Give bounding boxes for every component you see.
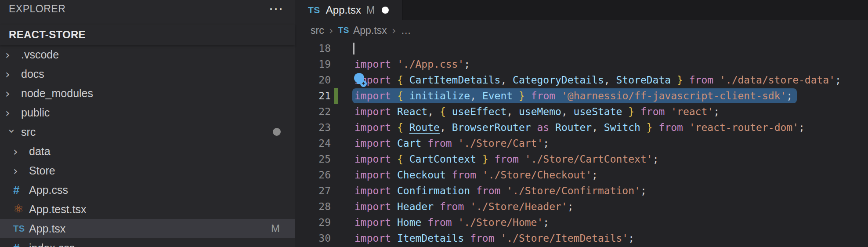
lightbulb-sparkle-badge-icon: ✦ (360, 80, 367, 87)
code-line-28: 28import Header from './Store/Header'; (296, 199, 868, 214)
line-number: 26 (296, 167, 331, 183)
code-line-18: 18 (296, 40, 868, 56)
chevron-right-icon[interactable]: › (13, 164, 26, 178)
code-line-text[interactable]: import Home from './Store/Home'; (354, 214, 549, 230)
code-line-21: 21import { initialize, Event } from '@ha… (296, 88, 868, 104)
css-file-icon: # (13, 241, 26, 247)
tree-item-label: docs (21, 68, 44, 80)
line-number: 25 (296, 151, 331, 167)
breadcrumb-item-src[interactable]: src (311, 25, 324, 36)
code-line-text[interactable]: import Checkout from './Store/Checkout'; (354, 167, 598, 183)
breadcrumb-separator-icon: › (329, 24, 333, 37)
code-line-23: 23import { Route, BrowserRouter as Route… (296, 120, 868, 135)
css-file-icon: # (13, 183, 26, 197)
code-line-27: 27import Confirmation from './Store/Conf… (296, 183, 868, 199)
tree-item-label: App.tsx (29, 222, 65, 235)
code-line-24: 24import Cart from './Store/Cart'; (296, 135, 868, 151)
added-line-gutter-indicator[interactable] (334, 88, 338, 104)
code-line-text[interactable]: import './App.css'; (354, 56, 470, 72)
vscode-window: EXPLORER ⋯ REACT-STORE ›.vscode›docs›nod… (0, 0, 868, 247)
line-number: 29 (296, 214, 331, 230)
line-number: 23 (296, 120, 331, 135)
code-line-text[interactable]: import ItemDetails from './Store/ItemDet… (354, 230, 634, 246)
line-number: 19 (296, 56, 331, 72)
chevron-right-icon[interactable]: › (5, 67, 18, 81)
ts-file-icon: TS (13, 224, 26, 234)
chevron-right-icon[interactable]: › (5, 106, 18, 120)
tree-item-label: Store (29, 164, 55, 177)
file-tree: ›.vscode›docs›node_modules›public›src›da… (0, 45, 295, 247)
breadcrumb-item-app-tsx[interactable]: App.tsx (353, 25, 387, 36)
typescript-icon: TS (308, 5, 320, 15)
code-line-text[interactable]: import { initialize, Event } from '@harn… (354, 88, 792, 104)
tree-item-app-tsx[interactable]: TSApp.tsxM (0, 219, 295, 238)
tab-title: App.tsx (326, 4, 361, 16)
code-line-text[interactable]: import { Route, BrowserRouter as Router,… (354, 120, 805, 135)
line-number: 27 (296, 183, 331, 199)
tree-item-node-modules[interactable]: ›node_modules (0, 84, 295, 103)
section-header-react-store[interactable]: REACT-STORE (0, 25, 295, 45)
tree-item-vscode[interactable]: ›.vscode (0, 45, 295, 64)
code-line-25: 25import { CartContext } from './Store/C… (296, 151, 868, 167)
editor-area: TS App.tsx M src›TSApp.tsx›… 1819import … (296, 0, 868, 247)
code-line-26: 26import Checkout from './Store/Checkout… (296, 167, 868, 183)
line-number: 30 (296, 230, 331, 246)
tree-item-label: node_modules (21, 87, 93, 100)
code-line-19: 19import './App.css'; (296, 56, 868, 72)
tree-item-index-css[interactable]: #index.css (0, 238, 295, 247)
react-file-icon: ⚛ (13, 202, 26, 216)
code-line-text[interactable]: import Confirmation from './Store/Confir… (354, 183, 647, 199)
tree-item-label: src (21, 126, 36, 138)
breadcrumb-item-[interactable]: … (401, 25, 411, 36)
tree-item-label: index.css (29, 242, 75, 247)
line-number: 18 (296, 40, 331, 56)
typescript-icon: TS (338, 25, 349, 35)
text-cursor (353, 43, 354, 54)
code-view: 1819import './App.css';20import { CartIt… (296, 40, 868, 247)
unsaved-dot-icon[interactable] (382, 7, 389, 14)
line-number: 22 (296, 104, 331, 120)
tab-app-tsx[interactable]: TS App.tsx M (296, 0, 403, 20)
chevron-right-icon[interactable]: › (13, 145, 26, 158)
tree-item-label: public (21, 106, 50, 119)
code-line-text[interactable]: import React, { useEffect, useMemo, useS… (354, 104, 720, 120)
explorer-title: EXPLORER (9, 3, 65, 15)
tree-item-public[interactable]: ›public (0, 103, 295, 122)
line-number: 24 (296, 135, 331, 151)
code-line-text[interactable]: import { CartItemDetails, CategoryDetail… (354, 72, 841, 88)
line-number: 21 (296, 88, 331, 104)
explorer-sidebar: EXPLORER ⋯ REACT-STORE ›.vscode›docs›nod… (0, 0, 295, 247)
tree-item-label: App.css (29, 184, 68, 196)
line-number: 28 (296, 199, 331, 214)
code-line-22: 22import React, { useEffect, useMemo, us… (296, 104, 868, 120)
code-line-29: 29import Home from './Store/Home'; (296, 214, 868, 230)
breadcrumb: src›TSApp.tsx›… (296, 20, 868, 40)
modified-dot-icon (273, 128, 281, 136)
code-line-30: 30import ItemDetails from './Store/ItemD… (296, 230, 868, 246)
explorer-header: EXPLORER ⋯ (0, 0, 295, 18)
code-line-20: 20import { CartItemDetails, CategoryDeta… (296, 72, 868, 88)
git-modified-badge: M (271, 222, 280, 235)
more-actions-icon[interactable]: ⋯ (269, 4, 284, 13)
chevron-right-icon[interactable]: › (5, 87, 18, 100)
tab-modified-badge: M (366, 4, 375, 16)
line-number: 20 (296, 72, 331, 88)
code-line-text[interactable]: import { CartContext } from './Store/Car… (354, 151, 658, 167)
breadcrumb-separator-icon: › (392, 24, 396, 37)
tree-item-label: data (29, 145, 51, 158)
tree-item-data[interactable]: ›data (0, 142, 295, 161)
tree-item-docs[interactable]: ›docs (0, 64, 295, 84)
chevron-right-icon[interactable]: › (5, 48, 18, 62)
chevron-down-icon[interactable]: › (5, 124, 19, 138)
code-line-text[interactable]: import Header from './Store/Header'; (354, 199, 574, 214)
tab-bar: TS App.tsx M (296, 0, 868, 20)
tree-item-label: .vscode (21, 48, 59, 61)
code-line-text[interactable]: import Cart from './Store/Cart'; (354, 135, 549, 151)
tree-item-src[interactable]: ›src (0, 122, 295, 142)
tree-item-label: App.test.tsx (29, 203, 87, 216)
tree-item-store[interactable]: ›Store (0, 161, 295, 180)
tree-item-app-css[interactable]: #App.css (0, 180, 295, 200)
tree-item-app-test-tsx[interactable]: ⚛App.test.tsx (0, 200, 295, 219)
